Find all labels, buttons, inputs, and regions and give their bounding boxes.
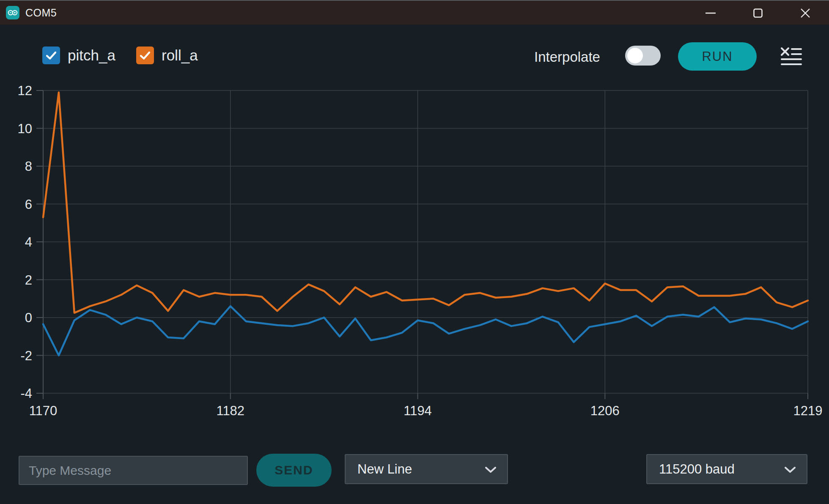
svg-text:1194: 1194 bbox=[404, 403, 432, 418]
checkbox-check-icon bbox=[140, 52, 150, 60]
titlebar: COM5 bbox=[0, 0, 829, 25]
legend-checkbox[interactable] bbox=[42, 47, 60, 64]
window-controls bbox=[687, 1, 829, 25]
send-button[interactable]: SEND bbox=[256, 454, 332, 487]
maximize-icon bbox=[753, 8, 763, 18]
svg-text:1219: 1219 bbox=[793, 403, 823, 418]
svg-text:1182: 1182 bbox=[216, 403, 244, 418]
chevron-down-icon bbox=[485, 467, 496, 473]
plot-svg: -4-202468101211701182119412061219 bbox=[0, 68, 829, 431]
toggle-knob bbox=[627, 48, 643, 63]
interpolate-label: Interpolate bbox=[534, 49, 600, 65]
serial-plotter-window: COM5 pitch_a roll_a Interpolate RUN bbox=[0, 0, 829, 504]
legend-label: pitch_a bbox=[68, 47, 115, 64]
interpolate-toggle[interactable] bbox=[625, 46, 661, 66]
svg-text:4: 4 bbox=[25, 235, 32, 249]
svg-text:1170: 1170 bbox=[29, 403, 58, 418]
baud-rate-select[interactable]: 115200 baud bbox=[646, 454, 807, 484]
legend-item-roll-a: roll_a bbox=[136, 47, 198, 64]
line-ending-value: New Line bbox=[357, 462, 412, 477]
run-button[interactable]: RUN bbox=[678, 42, 757, 71]
series-line-pitch_a bbox=[43, 306, 808, 355]
legend-label: roll_a bbox=[162, 47, 198, 64]
svg-text:8: 8 bbox=[25, 159, 32, 174]
message-input[interactable] bbox=[19, 456, 248, 485]
window-title: COM5 bbox=[25, 7, 57, 19]
line-ending-select[interactable]: New Line bbox=[345, 454, 508, 484]
svg-text:-4: -4 bbox=[20, 386, 32, 401]
chevron-down-icon bbox=[785, 467, 796, 473]
svg-text:0: 0 bbox=[25, 310, 32, 325]
svg-text:12: 12 bbox=[18, 83, 32, 98]
legend-checkbox[interactable] bbox=[136, 47, 154, 64]
close-button[interactable] bbox=[782, 1, 829, 25]
close-icon bbox=[801, 8, 810, 18]
maximize-button[interactable] bbox=[734, 1, 782, 25]
svg-text:-2: -2 bbox=[20, 348, 32, 363]
legend-item-pitch-a: pitch_a bbox=[42, 47, 115, 64]
minimize-button[interactable] bbox=[687, 1, 734, 25]
chart-area: -4-202468101211701182119412061219 bbox=[0, 68, 829, 431]
clear-output-icon[interactable] bbox=[780, 47, 802, 66]
checkbox-check-icon bbox=[46, 52, 56, 60]
svg-text:6: 6 bbox=[25, 197, 32, 212]
svg-text:1206: 1206 bbox=[590, 403, 620, 418]
minimize-icon bbox=[705, 12, 716, 14]
svg-text:2: 2 bbox=[25, 273, 32, 288]
arduino-logo-icon bbox=[6, 6, 19, 19]
svg-text:10: 10 bbox=[18, 121, 32, 136]
baud-rate-value: 115200 baud bbox=[659, 462, 735, 477]
